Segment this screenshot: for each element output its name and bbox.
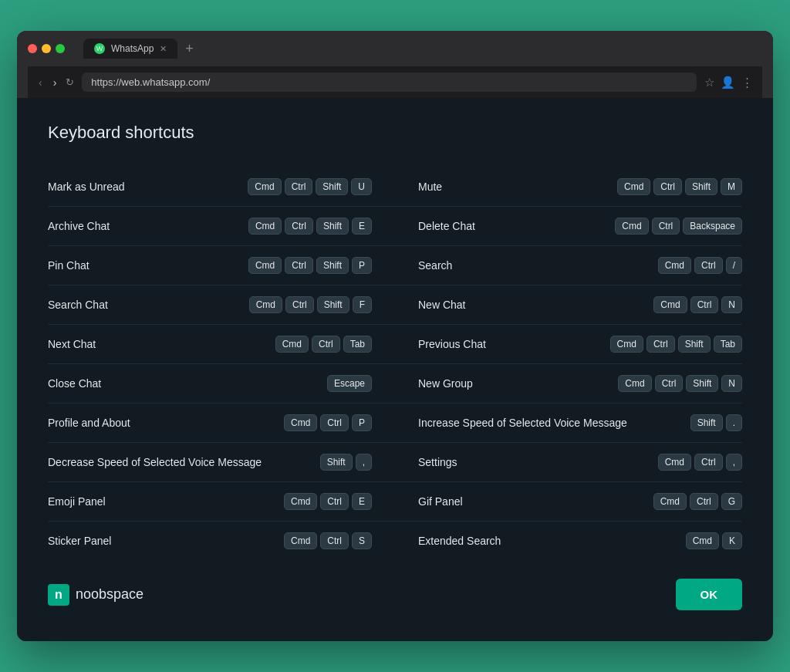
tab-close-button[interactable]: ✕ xyxy=(160,44,167,54)
shortcuts-grid: Mark as UnreadCmdCtrlShiftUArchive ChatC… xyxy=(48,167,742,560)
shortcut-name: Mute xyxy=(418,181,542,193)
key-badge: N xyxy=(721,296,742,313)
shortcut-keys: Escape xyxy=(327,375,395,392)
key-badge: Ctrl xyxy=(285,296,314,313)
minimize-traffic-light[interactable] xyxy=(42,44,51,53)
shortcut-row-left-2: Pin ChatCmdCtrlShiftP xyxy=(48,246,395,285)
brand: n noobspace xyxy=(48,584,143,606)
key-badge: Backspace xyxy=(683,218,742,235)
shortcut-keys: CmdCtrlG xyxy=(653,493,742,510)
key-badge: G xyxy=(721,493,742,510)
key-badge: . xyxy=(726,414,742,431)
key-badge: Escape xyxy=(327,375,372,392)
browser-chrome: W WhatsApp ✕ + ‹ › ↻ https://web.whatsap… xyxy=(17,31,773,98)
shortcut-name: Previous Chat xyxy=(418,338,542,350)
key-badge: Ctrl xyxy=(690,296,719,313)
bookmark-button[interactable]: ☆ xyxy=(704,76,714,89)
address-bar[interactable]: https://web.whatsapp.com/ xyxy=(82,73,697,92)
refresh-button[interactable]: ↻ xyxy=(66,76,74,88)
key-badge: Ctrl xyxy=(320,414,349,431)
key-badge: Cmd xyxy=(686,532,719,549)
brand-icon: n xyxy=(48,584,69,606)
shortcut-name: Search xyxy=(418,259,542,272)
brand-name: noobspace xyxy=(76,586,143,603)
shortcut-keys: CmdK xyxy=(686,532,742,549)
key-badge: Ctrl xyxy=(655,375,684,392)
shortcut-keys: Shift, xyxy=(320,454,395,471)
key-badge: Ctrl xyxy=(285,178,313,195)
forward-button[interactable]: › xyxy=(52,75,59,90)
shortcut-row-right-0: MuteCmdCtrlShiftM xyxy=(395,167,742,207)
key-badge: Cmd xyxy=(248,218,282,235)
shortcut-name: Emoji Panel xyxy=(48,495,171,508)
profile-button[interactable]: 👤 xyxy=(721,76,735,89)
close-traffic-light[interactable] xyxy=(28,44,37,53)
key-badge: Cmd xyxy=(615,218,648,235)
key-badge: Cmd xyxy=(610,336,643,353)
key-badge: E xyxy=(352,218,372,235)
address-bar-row: ‹ › ↻ https://web.whatsapp.com/ ☆ 👤 ⋮ xyxy=(28,66,762,98)
left-column: Mark as UnreadCmdCtrlShiftUArchive ChatC… xyxy=(48,167,395,560)
shortcut-keys: CmdCtrlShiftE xyxy=(248,218,395,235)
maximize-traffic-light[interactable] xyxy=(56,44,65,53)
key-badge: Shift xyxy=(685,178,717,195)
key-badge: / xyxy=(726,257,742,274)
shortcut-row-right-4: Previous ChatCmdCtrlShiftTab xyxy=(395,325,742,364)
shortcut-row-right-3: New ChatCmdCtrlN xyxy=(395,285,742,325)
shortcut-row-left-3: Search ChatCmdCtrlShiftF xyxy=(48,285,395,325)
key-badge: Tab xyxy=(714,336,742,353)
titlebar: W WhatsApp ✕ + xyxy=(28,39,762,59)
shortcut-name: Increase Speed of Selected Voice Message xyxy=(418,417,627,429)
shortcut-name: Decrease Speed of Selected Voice Message xyxy=(48,456,262,468)
key-badge: U xyxy=(351,178,372,195)
shortcut-row-right-7: SettingsCmdCtrl, xyxy=(395,443,742,482)
key-badge: Ctrl xyxy=(653,178,682,195)
key-badge: Cmd xyxy=(617,178,650,195)
shortcut-name: Search Chat xyxy=(48,299,171,311)
menu-button[interactable]: ⋮ xyxy=(741,76,753,89)
key-badge: Ctrl xyxy=(312,336,340,353)
shortcut-row-left-9: Sticker PanelCmdCtrlS xyxy=(48,522,395,560)
ok-button[interactable]: OK xyxy=(676,579,743,610)
new-tab-button[interactable]: + xyxy=(181,39,198,59)
active-tab[interactable]: W WhatsApp ✕ xyxy=(83,39,177,59)
shortcut-keys: CmdCtrlShiftTab xyxy=(610,336,742,353)
shortcut-keys: CmdCtrlShiftN xyxy=(618,375,742,392)
key-badge: S xyxy=(352,532,372,549)
key-badge: Cmd xyxy=(275,336,309,353)
key-badge: Cmd xyxy=(284,414,317,431)
key-badge: Cmd xyxy=(658,454,691,471)
shortcut-keys: CmdCtrlN xyxy=(653,296,742,313)
url-text: https://web.whatsapp.com/ xyxy=(91,76,687,88)
key-badge: Cmd xyxy=(284,532,317,549)
shortcut-keys: CmdCtrlShiftM xyxy=(617,178,742,195)
key-badge: Shift xyxy=(690,414,723,431)
shortcut-keys: CmdCtrlE xyxy=(284,493,395,510)
key-badge: Ctrl xyxy=(690,493,718,510)
key-badge: Shift xyxy=(678,336,711,353)
key-badge: Shift xyxy=(316,218,349,235)
back-button[interactable]: ‹ xyxy=(37,75,44,90)
shortcut-keys: CmdCtrl, xyxy=(658,454,742,471)
shortcut-row-left-6: Profile and AboutCmdCtrlP xyxy=(48,404,395,443)
key-badge: N xyxy=(721,375,742,392)
key-badge: , xyxy=(356,454,372,471)
shortcut-row-left-4: Next ChatCmdCtrlTab xyxy=(48,325,395,364)
browser-actions: ☆ 👤 ⋮ xyxy=(704,76,753,89)
shortcut-keys: CmdCtrlTab xyxy=(275,336,395,353)
shortcut-name: Next Chat xyxy=(48,338,171,350)
shortcut-keys: CmdCtrl/ xyxy=(658,257,742,274)
shortcut-name: Close Chat xyxy=(48,377,171,390)
key-badge: Cmd xyxy=(248,178,281,195)
key-badge: Ctrl xyxy=(320,532,349,549)
key-badge: Cmd xyxy=(248,257,282,274)
key-badge: Shift xyxy=(317,296,349,313)
shortcut-row-left-7: Decrease Speed of Selected Voice Message… xyxy=(48,443,395,482)
key-badge: , xyxy=(726,454,742,471)
shortcut-row-right-5: New GroupCmdCtrlShiftN xyxy=(395,364,742,404)
key-badge: Ctrl xyxy=(694,454,723,471)
browser-window: W WhatsApp ✕ + ‹ › ↻ https://web.whatsap… xyxy=(17,31,773,641)
content-area: Keyboard shortcuts Mark as UnreadCmdCtrl… xyxy=(17,98,773,641)
traffic-lights xyxy=(28,44,65,53)
footer: n noobspace OK xyxy=(48,579,742,610)
